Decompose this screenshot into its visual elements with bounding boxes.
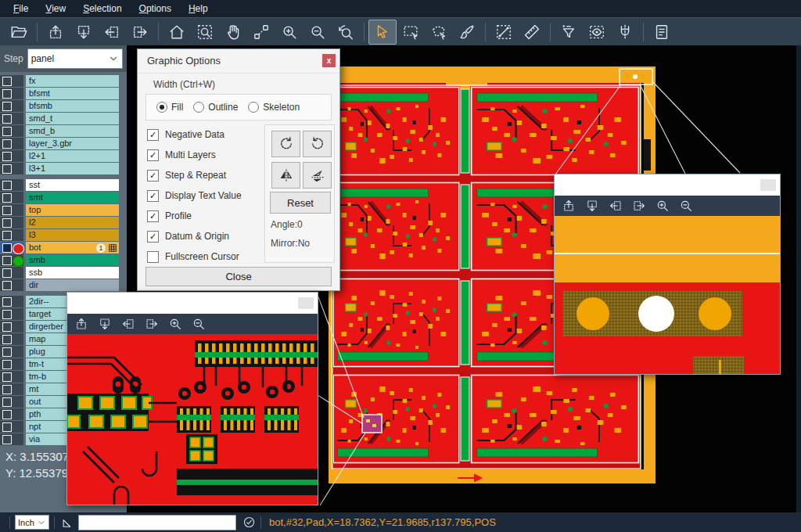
poly-select-button[interactable] — [425, 20, 453, 45]
layer-row-smd_t[interactable]: smd_t — [0, 113, 127, 124]
layer-checkbox[interactable] — [2, 181, 12, 190]
layer-checkbox[interactable] — [2, 410, 12, 419]
measure-distance-button[interactable] — [490, 20, 518, 45]
layer-checkbox[interactable] — [2, 102, 12, 111]
layer-checkbox[interactable] — [2, 360, 12, 369]
layer-name[interactable]: layer_3.gbr — [26, 138, 119, 149]
layer-row-smb[interactable]: smb — [0, 254, 127, 266]
layer-checkbox[interactable] — [2, 89, 12, 99]
layer-row-l2[interactable]: l2 — [0, 217, 127, 228]
zoom-window-button[interactable] — [191, 20, 219, 45]
menu-help[interactable]: Help — [180, 2, 217, 16]
layer-checkbox[interactable] — [2, 435, 12, 444]
close-button[interactable]: Close — [145, 267, 332, 286]
layer-checkbox[interactable] — [2, 77, 12, 86]
layer-row-bfsmt[interactable]: bfsmt — [0, 88, 127, 99]
layer-name[interactable]: sst — [26, 179, 119, 191]
home-view-button[interactable] — [163, 20, 191, 45]
pan-up-button[interactable] — [70, 315, 92, 332]
layer-checkbox[interactable] — [2, 218, 12, 228]
pan-hand-button[interactable] — [219, 20, 247, 45]
dialog-title-bar[interactable]: Graphic Options x — [138, 49, 339, 74]
rotate-cw-button[interactable] — [271, 131, 300, 157]
reset-button[interactable]: Reset — [270, 192, 331, 214]
refresh-icon[interactable] — [242, 516, 256, 529]
layer-checkbox[interactable] — [2, 243, 12, 253]
layer-row-ssb[interactable]: ssb — [0, 267, 127, 279]
layer-name[interactable]: smd_t — [26, 113, 119, 124]
radio-outline[interactable]: Outline — [193, 102, 238, 113]
layer-name[interactable]: fx — [26, 75, 119, 87]
pan-up-button[interactable] — [558, 197, 579, 214]
pan-left-button[interactable] — [605, 197, 626, 214]
layer-row-smt[interactable]: smt — [0, 192, 127, 203]
layer-checkbox[interactable] — [2, 114, 12, 124]
magnifier-view-detail[interactable] — [555, 216, 780, 374]
layer-row-smd_b[interactable]: smd_b — [0, 125, 127, 137]
pan-left-button[interactable] — [98, 20, 126, 45]
snap-button[interactable] — [611, 20, 639, 45]
select-cursor-button[interactable] — [368, 20, 397, 45]
layer-name[interactable]: l3 — [26, 229, 119, 241]
layer-checkbox[interactable] — [2, 322, 12, 332]
zoom-in-button[interactable] — [652, 197, 673, 214]
layer-row-layer_3.gbr[interactable]: layer_3.gbr — [0, 138, 127, 149]
checkbox-step-repeat[interactable]: ✓Step & Repeat — [147, 165, 242, 185]
layer-checkbox[interactable] — [2, 372, 12, 382]
magnifier-view-detail[interactable] — [67, 334, 318, 505]
zoom-in-button[interactable] — [164, 315, 185, 332]
dialog-close-button[interactable]: x — [322, 54, 336, 67]
layer-name[interactable]: bfsmt — [26, 88, 119, 99]
layer-row-bfsmb[interactable]: bfsmb — [0, 100, 127, 112]
filter-button[interactable] — [555, 20, 583, 45]
step-select[interactable]: panel — [27, 49, 123, 69]
layer-name[interactable]: smd_b — [26, 125, 119, 137]
pan-right-button[interactable] — [126, 20, 154, 45]
layer-checkbox[interactable] — [2, 206, 12, 215]
status-command-input[interactable] — [78, 515, 236, 530]
layer-name[interactable]: bfsmb — [26, 100, 119, 112]
report-button[interactable] — [648, 20, 676, 45]
pan-right-button[interactable] — [141, 315, 162, 332]
menu-selection[interactable]: Selection — [74, 2, 130, 16]
layer-checkbox[interactable] — [2, 268, 12, 278]
layer-name[interactable]: l3+1 — [26, 163, 119, 174]
layer-checkbox[interactable] — [2, 347, 12, 357]
radio-skeleton[interactable]: Skeleton — [248, 102, 300, 113]
radio-fill[interactable]: Fill — [156, 102, 183, 113]
rotate-ccw-button[interactable] — [303, 131, 332, 157]
menu-file[interactable]: File — [5, 2, 37, 16]
rect-select-button[interactable] — [397, 20, 425, 45]
layer-name[interactable]: smt — [26, 192, 119, 203]
layer-row-bot[interactable]: bot1 — [0, 242, 127, 253]
pan-left-button[interactable] — [117, 315, 138, 332]
layer-name[interactable]: top — [26, 204, 119, 216]
zoom-in-button[interactable] — [275, 20, 304, 45]
layer-checkbox[interactable] — [2, 297, 12, 307]
magnifier-window-button[interactable] — [760, 179, 776, 191]
layer-name[interactable]: l2+1 — [26, 150, 119, 162]
layer-checkbox[interactable] — [2, 256, 12, 265]
checkbox-fullscreen-cursor[interactable]: Fullscreen Cursor — [147, 246, 242, 267]
layer-checkbox[interactable] — [2, 152, 12, 161]
magnifier-title-bar[interactable] — [67, 293, 318, 314]
move-path-button[interactable] — [247, 20, 275, 45]
layer-checkbox[interactable] — [2, 281, 12, 290]
zoom-out-button[interactable] — [188, 315, 209, 332]
layer-row-dir[interactable]: dir — [0, 279, 127, 291]
layer-name[interactable]: l2 — [26, 217, 119, 228]
menu-options[interactable]: Options — [131, 2, 180, 16]
layer-row-l3[interactable]: l3 — [0, 229, 127, 241]
layer-row-top[interactable]: top — [0, 204, 127, 216]
corner-angle-icon[interactable] — [59, 516, 75, 530]
zoom-out-button[interactable] — [675, 197, 696, 214]
checkbox-display-text-value[interactable]: ✓Display Text Value — [147, 185, 242, 206]
menu-view[interactable]: View — [37, 2, 74, 16]
checkbox-multi-layers[interactable]: ✓Multi Layers — [147, 145, 242, 165]
pan-down-button[interactable] — [581, 197, 602, 214]
layer-row-sst[interactable]: sst — [0, 179, 127, 191]
zoom-previous-button[interactable] — [332, 20, 360, 45]
layer-row-l3+1[interactable]: l3+1 — [0, 163, 127, 174]
brush-button[interactable] — [453, 20, 481, 45]
layer-checkbox[interactable] — [2, 139, 12, 149]
